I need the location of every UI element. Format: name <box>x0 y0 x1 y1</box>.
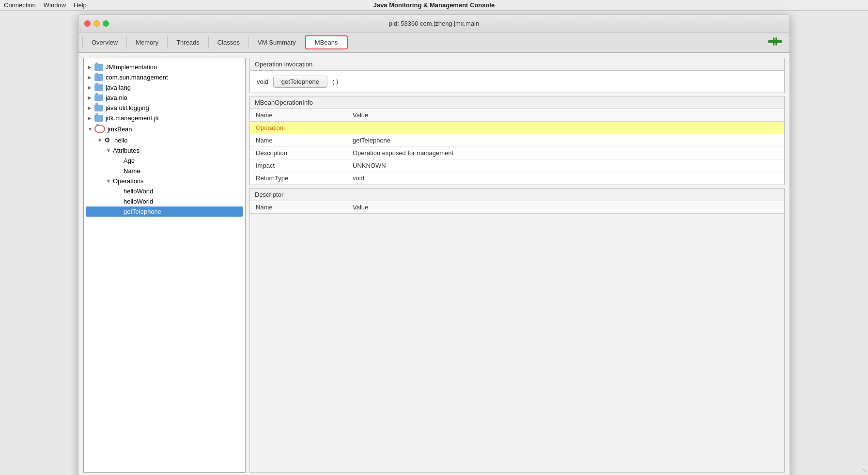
svg-rect-4 <box>775 42 777 45</box>
app-window: pid: 53360 com.jzheng.jmx.main Overview … <box>78 15 790 475</box>
row-name-name: Name <box>250 134 347 147</box>
tab-mbeans[interactable]: MBeans <box>305 35 348 49</box>
tree-label-hello: hello <box>114 137 127 144</box>
tree-arrow-jdk-management-jfr: ▶ <box>88 115 94 121</box>
tree-label-jdk-management-jfr: jdk.management.jfr <box>106 114 159 122</box>
tree-arrow-operations: ▼ <box>106 178 113 184</box>
tab-bar: Overview Memory Threads Classes VM Summa… <box>78 32 790 53</box>
tree-item-com-sun[interactable]: ▶ com.sun.management <box>86 72 243 82</box>
menu-connection[interactable]: Connection <box>4 1 36 9</box>
tree-arrow-jmxbean: ▼ <box>88 127 94 132</box>
main-content: ▶ JMImplementation ▶ com.sun.management … <box>78 53 790 475</box>
tree-item-hello[interactable]: ▼ ⚙ hello <box>86 135 243 145</box>
op-invocation-content: void getTelephone ( ) <box>250 71 784 93</box>
tree-item-helloworld2[interactable]: ▶ helloWorld <box>86 196 243 206</box>
tab-vm-summary[interactable]: VM Summary <box>249 36 305 48</box>
traffic-lights <box>84 20 109 27</box>
table-row: Impact UNKNOWN <box>250 159 784 172</box>
tree-item-operations[interactable]: ▼ Operations <box>86 176 243 186</box>
menu-window[interactable]: Window <box>44 1 66 9</box>
tab-classes[interactable]: Classes <box>209 36 249 48</box>
tree-item-jmxbean[interactable]: ▼ jmxBean <box>86 123 243 135</box>
operation-invocation-box: Operation invocation void getTelephone (… <box>249 58 785 93</box>
tree-label-attributes: Attributes <box>113 147 140 154</box>
op-void-label: void <box>257 78 268 85</box>
tree-item-jdk-management-jfr[interactable]: ▶ jdk.management.jfr <box>86 113 243 123</box>
folder-icon-com-sun <box>94 74 103 81</box>
tree-label-jmimplementation: JMImplementation <box>106 63 157 71</box>
minimize-button[interactable] <box>93 20 100 27</box>
row-returntype-value: void <box>347 172 784 185</box>
mbean-operation-info-header: MBeanOperationInfo <box>250 96 784 109</box>
table-row: ReturnType void <box>250 172 784 185</box>
right-panel: Operation invocation void getTelephone (… <box>249 58 785 473</box>
row-description-value: Operation exposed for management <box>347 147 784 159</box>
table-row: Operation: <box>250 122 784 134</box>
tree-item-gettelephone[interactable]: ▶ getTelephone <box>86 206 243 217</box>
tree-item-age[interactable]: ▶ Age <box>86 156 243 166</box>
tree-item-helloworld1[interactable]: ▶ helloWorld <box>86 186 243 196</box>
get-telephone-button[interactable]: getTelephone <box>273 76 327 88</box>
svg-rect-1 <box>773 37 775 40</box>
os-menubar: Java Monitoring & Management Console Con… <box>0 0 868 11</box>
descriptor-box: Descriptor Name Value ⤡ <box>249 188 785 473</box>
title-bar: pid: 53360 com.jzheng.jmx.main <box>78 15 790 32</box>
folder-icon-jmxbean <box>94 125 105 133</box>
row-description-name: Description <box>250 147 347 159</box>
tree-arrow-java-lang: ▶ <box>88 85 94 90</box>
folder-icon-jmimplementation <box>94 64 103 71</box>
mbean-operation-info-table: Name Value Operation: Name getTelephone <box>250 109 784 185</box>
row-returntype-name: ReturnType <box>250 172 347 185</box>
row-impact-name: Impact <box>250 159 347 172</box>
tree-label-java-nio: java.nio <box>106 94 127 101</box>
tree-arrow-hello: ▼ <box>97 138 104 143</box>
tab-memory[interactable]: Memory <box>127 36 168 48</box>
operation-invocation-header: Operation invocation <box>250 58 784 71</box>
tree-label-age: Age <box>124 157 135 164</box>
tab-threads[interactable]: Threads <box>168 36 209 48</box>
tree-item-jmimplementation[interactable]: ▶ JMImplementation <box>86 62 243 72</box>
tree-label-gettelephone: getTelephone <box>124 208 161 215</box>
tree-label-operations: Operations <box>113 177 144 185</box>
tree-label-helloworld2: helloWorld <box>124 198 153 205</box>
tree-item-java-util-logging[interactable]: ▶ java.util.logging <box>86 103 243 113</box>
tree-item-attributes[interactable]: ▼ Attributes <box>86 145 243 156</box>
tree-item-name[interactable]: ▶ Name <box>86 166 243 176</box>
gear-icon-hello: ⚙ <box>104 136 112 144</box>
descriptor-table: Name Value <box>250 201 784 214</box>
app-title: Java Monitoring & Management Console <box>373 1 495 9</box>
menu-help[interactable]: Help <box>74 1 87 9</box>
folder-icon-jdk-management-jfr <box>94 115 103 122</box>
svg-rect-2 <box>775 37 777 40</box>
tree-label-java-lang: java.lang <box>106 84 131 91</box>
svg-rect-0 <box>768 40 782 43</box>
svg-rect-3 <box>773 42 775 45</box>
tree-label-helloworld1: helloWorld <box>124 188 153 195</box>
tab-overview[interactable]: Overview <box>82 36 127 48</box>
tree-arrow-jmimplementation: ▶ <box>88 64 94 70</box>
tree-item-java-lang[interactable]: ▶ java.lang <box>86 82 243 93</box>
row-impact-value: UNKNOWN <box>347 159 784 172</box>
tree-item-java-nio[interactable]: ▶ java.nio <box>86 93 243 103</box>
op-parens: ( ) <box>332 78 338 85</box>
tree-label-java-util-logging: java.util.logging <box>106 104 149 111</box>
maximize-button[interactable] <box>103 20 109 27</box>
table-row: Name getTelephone <box>250 134 784 147</box>
descriptor-header: Descriptor <box>250 189 784 201</box>
close-button[interactable] <box>84 20 91 27</box>
folder-icon-java-util-logging <box>94 105 103 111</box>
folder-icon-java-lang <box>94 84 103 91</box>
col-header-name: Name <box>250 109 347 122</box>
tree-arrow-java-nio: ▶ <box>88 95 94 100</box>
tree-label-jmxbean: jmxBean <box>108 126 132 133</box>
tree-label-com-sun: com.sun.management <box>106 74 168 81</box>
table-row: Description Operation exposed for manage… <box>250 147 784 159</box>
tree-arrow-com-sun: ▶ <box>88 75 94 80</box>
window-title: pid: 53360 com.jzheng.jmx.main <box>389 20 479 27</box>
descriptor-col-name: Name <box>250 201 347 214</box>
plug-icon <box>768 36 782 48</box>
col-header-value: Value <box>347 109 784 122</box>
row-operation-value <box>347 122 784 134</box>
tree-arrow-java-util-logging: ▶ <box>88 105 94 111</box>
tree-arrow-attributes: ▼ <box>106 148 113 153</box>
